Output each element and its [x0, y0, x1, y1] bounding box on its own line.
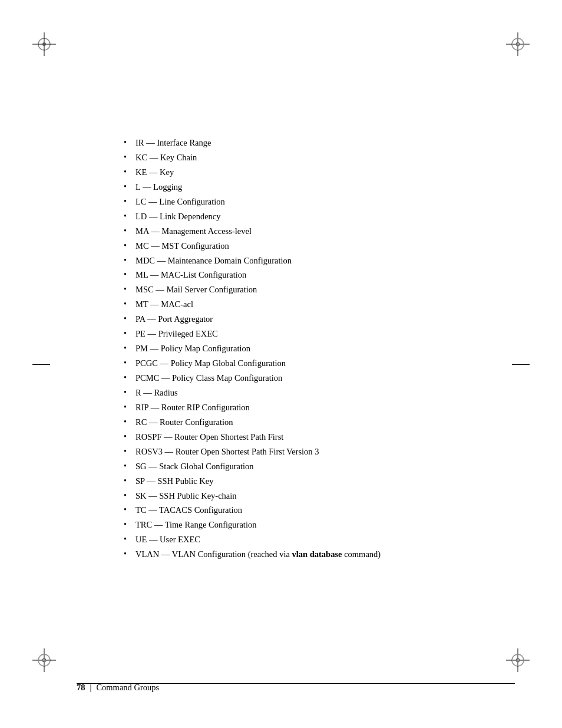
list-item: ROSPF — Router Open Shortest Path First — [124, 430, 491, 444]
item-text: PA — Port Aggregator — [135, 314, 213, 324]
list-item: TC — TACACS Configuration — [124, 503, 491, 518]
item-text: PE — Privileged EXEC — [135, 329, 218, 338]
svg-point-11 — [42, 658, 46, 662]
list-item: PCGC — Policy Map Global Configuration — [124, 356, 491, 371]
item-text: KC — Key Chain — [135, 153, 197, 162]
list-item: MT — MAC-acl — [124, 297, 491, 312]
item-text: SG — Stack Global Configuration — [135, 462, 254, 471]
list-item: R — Radius — [124, 386, 491, 400]
list-item: SP — SSH Public Key — [124, 474, 491, 489]
item-text: SP — SSH Public Key — [135, 476, 213, 486]
item-text: SK — SSH Public Key-chain — [135, 491, 237, 500]
side-line-right — [512, 364, 530, 365]
list-item: LD — Link Dependency — [124, 209, 491, 224]
list-item: SK — SSH Public Key-chain — [124, 489, 491, 503]
svg-point-3 — [42, 42, 46, 46]
list-item: SG — Stack Global Configuration — [124, 459, 491, 474]
list-item-vlan: VLAN — VLAN Configuration (reached via v… — [124, 547, 491, 562]
vlan-text-end: command) — [342, 549, 381, 559]
list-item: RIP — Router RIP Configuration — [124, 400, 491, 415]
corner-mark-tr — [494, 32, 530, 68]
svg-point-7 — [516, 42, 520, 46]
item-text: KE — Key — [135, 167, 174, 177]
footer: 78 | Command Groups — [77, 683, 515, 693]
item-text: LD — Link Dependency — [135, 212, 221, 221]
item-text: ROSV3 — Router Open Shortest Path First … — [135, 447, 319, 456]
item-text: MDC — Maintenance Domain Configuration — [135, 256, 292, 265]
item-text: PCGC — Policy Map Global Configuration — [135, 358, 286, 368]
vlan-text-plain: VLAN — VLAN Configuration (reached via — [135, 549, 292, 559]
page-number: 78 — [77, 683, 85, 693]
item-text: MA — Management Access-level — [135, 226, 252, 236]
item-text: TRC — Time Range Configuration — [135, 520, 256, 529]
list-item: TRC — Time Range Configuration — [124, 518, 491, 532]
side-line-left — [32, 364, 50, 365]
footer-separator: | — [90, 683, 92, 693]
list-item: UE — User EXEC — [124, 532, 491, 547]
list-item: IR — Interface Range — [124, 136, 491, 150]
item-text: TC — TACACS Configuration — [135, 505, 242, 515]
item-text: MC — MST Configuration — [135, 241, 229, 251]
page: IR — Interface Range KC — Key Chain KE —… — [0, 0, 562, 728]
item-text: RIP — Router RIP Configuration — [135, 403, 250, 412]
corner-mark-tl — [32, 32, 68, 68]
item-text: LC — Line Configuration — [135, 197, 225, 206]
list-item: PE — Privileged EXEC — [124, 327, 491, 341]
item-text: ML — MAC-List Configuration — [135, 270, 246, 279]
list-item: LC — Line Configuration — [124, 195, 491, 209]
list-item: MSC — Mail Server Configuration — [124, 282, 491, 297]
item-text: PCMC — Policy Class Map Configuration — [135, 373, 282, 383]
list-item: KC — Key Chain — [124, 150, 491, 165]
item-text: L — Logging — [135, 182, 182, 192]
footer-text: Command Groups — [96, 683, 159, 693]
list-item: ML — MAC-List Configuration — [124, 268, 491, 282]
item-text: PM — Policy Map Configuration — [135, 344, 250, 353]
item-text: UE — User EXEC — [135, 535, 200, 544]
list-item: PM — Policy Map Configuration — [124, 341, 491, 356]
list-item: RC — Router Configuration — [124, 415, 491, 430]
item-text: R — Radius — [135, 388, 178, 397]
list-item: L — Logging — [124, 180, 491, 195]
main-content: IR — Interface Range KC — Key Chain KE —… — [124, 136, 491, 645]
corner-mark-bl — [32, 637, 68, 672]
abbreviation-list: IR — Interface Range KC — Key Chain KE —… — [124, 136, 491, 562]
item-text: RC — Router Configuration — [135, 417, 233, 427]
list-item: MC — MST Configuration — [124, 239, 491, 253]
list-item: MDC — Maintenance Domain Configuration — [124, 253, 491, 268]
list-item: PA — Port Aggregator — [124, 312, 491, 327]
vlan-text-bold: vlan database — [292, 549, 342, 559]
svg-point-15 — [516, 658, 520, 662]
list-item: KE — Key — [124, 165, 491, 180]
list-item: PCMC — Policy Class Map Configuration — [124, 371, 491, 386]
corner-mark-br — [494, 637, 530, 672]
item-text: MT — MAC-acl — [135, 299, 193, 309]
item-text: MSC — Mail Server Configuration — [135, 285, 257, 294]
list-item: MA — Management Access-level — [124, 224, 491, 239]
item-text: ROSPF — Router Open Shortest Path First — [135, 432, 283, 442]
item-text: IR — Interface Range — [135, 138, 211, 147]
list-item: ROSV3 — Router Open Shortest Path First … — [124, 444, 491, 459]
